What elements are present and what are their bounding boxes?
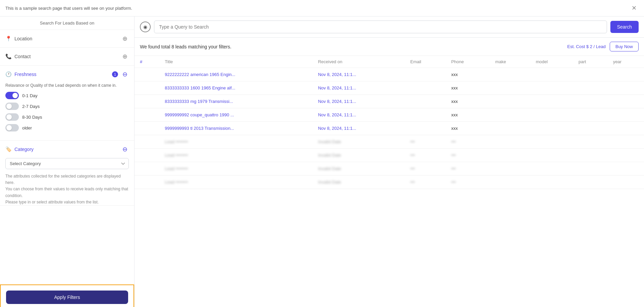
category-header[interactable]: 🏷️ Category ⊖ (0, 141, 134, 158)
cost-label: Est. Cost $ 2 / Lead (567, 44, 606, 49)
lead-title-link[interactable]: 9999999993 tl 2013 Transmission... (165, 126, 234, 131)
cell-part (573, 68, 608, 81)
toggle-row-older: older (5, 124, 129, 131)
cell-model (530, 81, 573, 95)
cell-received-on[interactable]: Nov 8, 2024, 11:1... (313, 108, 405, 122)
results-table: # Title Received on Email Phone make mod… (135, 56, 644, 307)
cell-phone: ••• (446, 176, 490, 189)
cell-received-on: Invalid Date (313, 162, 405, 176)
toggle-2-7-days[interactable] (5, 103, 19, 110)
cell-year (608, 122, 644, 135)
table-row: 9999999993 tl 2013 Transmission...Nov 8,… (135, 122, 644, 135)
table-row: 9999999992 coupe_quattro 1990 ...Nov 8, … (135, 108, 644, 122)
search-input[interactable] (154, 21, 607, 33)
location-add-button[interactable]: ⊕ (121, 35, 129, 43)
apply-filters-button[interactable]: Apply Filters (6, 291, 128, 304)
cell-email: ••• (405, 149, 446, 162)
category-hint-2: You can choose from their values to rece… (5, 186, 129, 199)
cell-year (608, 95, 644, 108)
buy-now-button[interactable]: Buy Now (610, 42, 639, 51)
col-received-on: Received on (313, 56, 405, 68)
cell-received-on[interactable]: Nov 8, 2024, 11:1... (313, 68, 405, 81)
category-icon: 🏷️ (5, 146, 12, 152)
cell-title[interactable]: 9999999993 tl 2013 Transmission... (159, 122, 313, 135)
freshness-header[interactable]: 🕐 Freshness 1 ⊖ (0, 66, 134, 83)
category-hint-3: Please type in or select attribute value… (5, 199, 129, 205)
category-hint-1: The attributes collected for the selecte… (5, 173, 129, 186)
cell-received-on[interactable]: Nov 8, 2024, 11:1... (313, 122, 405, 135)
cell-model (530, 162, 573, 176)
cell-title[interactable]: 8333333333 1600 1965 Engine alf... (159, 81, 313, 95)
lead-title-link[interactable]: 9222222222 american 1965 Engin... (165, 72, 235, 77)
table-row: 8333333333 1600 1965 Engine alf...Nov 8,… (135, 81, 644, 95)
main-layout: Search For Leads Based on 📍 Location ⊕ 📞… (0, 16, 644, 307)
freshness-controls: Relavance or Quality of the Lead depends… (0, 83, 134, 140)
location-header[interactable]: 📍 Location ⊕ (0, 30, 134, 47)
cell-year (608, 108, 644, 122)
cell-title: Lead •••••••• (159, 176, 313, 189)
location-section: 📍 Location ⊕ (0, 30, 134, 48)
cell-received-on: Invalid Date (313, 135, 405, 149)
cell-part (573, 162, 608, 176)
cell-model (530, 176, 573, 189)
category-section: 🏷️ Category ⊖ Select Category The attrib… (0, 141, 134, 206)
toggle-label-older: older (22, 125, 32, 130)
contact-add-button[interactable]: ⊕ (121, 52, 129, 61)
lead-date-link[interactable]: Nov 8, 2024, 11:1... (318, 85, 356, 90)
freshness-label: Freshness (14, 72, 36, 77)
cell-title: Lead •••••••• (159, 135, 313, 149)
toggle-label-0-1-day: 0-1 Day (22, 93, 38, 98)
col-email: Email (405, 56, 446, 68)
search-bar: ◉ Search (135, 16, 644, 38)
toggle-0-1-day[interactable] (5, 92, 19, 99)
table-row: Lead ••••••••Invalid Date•••••• (135, 162, 644, 176)
contact-icon: 📞 (5, 53, 12, 60)
cell-year (608, 81, 644, 95)
results-header: We found total 8 leads matching your fil… (135, 38, 644, 56)
back-button[interactable]: ◉ (140, 22, 151, 32)
cell-num (135, 108, 159, 122)
lead-title-link[interactable]: 8333333333 mg 1979 Transmissi... (165, 99, 233, 104)
cell-email: ••• (405, 176, 446, 189)
col-phone: Phone (446, 56, 490, 68)
close-button[interactable]: ✕ (629, 3, 639, 13)
category-select[interactable]: Select Category (5, 158, 129, 169)
lead-date-link[interactable]: Nov 8, 2024, 11:1... (318, 112, 356, 117)
toggle-8-30-days[interactable] (5, 113, 19, 121)
toggle-older[interactable] (5, 124, 19, 131)
cell-year (608, 162, 644, 176)
cell-model (530, 122, 573, 135)
lead-date-link[interactable]: Nov 8, 2024, 11:1... (318, 126, 356, 131)
cell-num (135, 122, 159, 135)
cell-phone: xxx (446, 81, 490, 95)
cell-phone: ••• (446, 135, 490, 149)
cell-title[interactable]: 9999999992 coupe_quattro 1990 ... (159, 108, 313, 122)
lead-date-link[interactable]: Nov 8, 2024, 11:1... (318, 72, 356, 77)
top-bar: This is a sample search page that users … (0, 0, 644, 16)
contact-header[interactable]: 📞 Contact ⊕ (0, 48, 134, 65)
category-minus-button[interactable]: ⊖ (121, 145, 129, 153)
cell-received-on[interactable]: Nov 8, 2024, 11:1... (313, 81, 405, 95)
lead-title-link[interactable]: 9999999992 coupe_quattro 1990 ... (165, 112, 234, 117)
table-row: 8333333333 mg 1979 Transmissi...Nov 8, 2… (135, 95, 644, 108)
cell-email (405, 108, 446, 122)
search-button[interactable]: Search (610, 21, 639, 33)
lead-date-link[interactable]: Nov 8, 2024, 11:1... (318, 99, 356, 104)
toggle-label-8-30-days: 8-30 Days (22, 115, 42, 120)
apply-filters-wrapper: Apply Filters (0, 284, 134, 307)
cell-email: ••• (405, 162, 446, 176)
cell-title[interactable]: 9222222222 american 1965 Engin... (159, 68, 313, 81)
freshness-badge: 1 (112, 71, 118, 77)
cell-received-on[interactable]: Nov 8, 2024, 11:1... (313, 95, 405, 108)
freshness-minus-button[interactable]: ⊖ (121, 70, 129, 78)
cell-email (405, 95, 446, 108)
lead-title-link[interactable]: 8333333333 1600 1965 Engine alf... (165, 85, 235, 90)
toggle-row-2-7-days: 2-7 Days (5, 103, 129, 110)
cell-title[interactable]: 8333333333 mg 1979 Transmissi... (159, 95, 313, 108)
col-make: make (490, 56, 530, 68)
cell-year (608, 68, 644, 81)
cell-part (573, 149, 608, 162)
col-model: model (530, 56, 573, 68)
results-count: We found total 8 leads matching your fil… (140, 44, 231, 49)
cell-part (573, 176, 608, 189)
